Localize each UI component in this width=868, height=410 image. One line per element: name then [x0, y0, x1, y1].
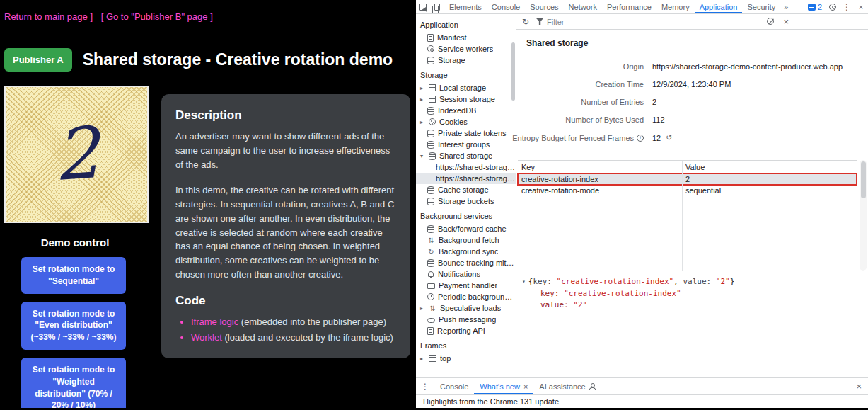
report-icon [427, 327, 434, 335]
close-tab-icon[interactable]: × [523, 382, 528, 391]
set-sequential-button[interactable]: Set rotation mode to "Sequential" [21, 257, 126, 294]
preview-pane: ▾ {key: "creative-rotation-index", value… [516, 271, 868, 377]
delete-selected-icon[interactable]: × [783, 16, 789, 27]
tab-memory[interactable]: Memory [656, 0, 695, 13]
drawer-tab-ai-assistance[interactable]: AI assistance [533, 378, 601, 394]
return-main-link[interactable]: Return to main page ] [4, 11, 93, 22]
tab-console[interactable]: Console [487, 0, 525, 13]
description-paragraph: In this demo, the creative can be rotate… [175, 183, 396, 281]
sidebar-item-payment-handler[interactable]: Payment handler [416, 280, 516, 291]
publisher-b-link[interactable]: [ Go to "Publisher B" page ] [101, 11, 213, 22]
drawer-tab-console[interactable]: Console [434, 378, 474, 394]
column-header-value[interactable]: Value [682, 163, 857, 171]
drawer-tab-whats-new[interactable]: What's new× [474, 378, 533, 394]
status-text: Highlights from the Chrome 131 update [423, 397, 559, 406]
creation-time-value: 12/9/2024, 1:23:40 PM [652, 80, 843, 89]
database-icon [427, 130, 434, 137]
preview-property-row[interactable]: value: "2" [522, 300, 862, 312]
disclosure-triangle-icon[interactable]: ▸ [418, 85, 425, 91]
reset-budget-icon[interactable]: ↺ [666, 133, 672, 142]
disclosure-triangle-icon[interactable]: ▸ [418, 96, 425, 103]
sidebar-item-shared-storage-origin[interactable]: https://shared-storage… [416, 173, 516, 184]
sidebar-item-storage-buckets[interactable]: Storage buckets [416, 195, 516, 207]
preview-property-row[interactable]: key: "creative-rotation-index" [522, 288, 862, 300]
origin-value: https://shared-storage-demo-content-prod… [652, 62, 843, 71]
metadata-view: Origin https://shared-storage-demo-conte… [519, 62, 843, 142]
entropy-label: Entropy Budget for Fenced Framesi [519, 134, 644, 142]
sidebar-item-indexeddb[interactable]: IndexedDB [416, 105, 516, 116]
sidebar-item-local-storage[interactable]: ▸Local storage [416, 82, 516, 93]
sidebar-item-push-messaging[interactable]: Push messaging [416, 314, 516, 325]
sidebar-item-cache-storage[interactable]: Cache storage [416, 184, 516, 195]
scrollbar-thumb[interactable] [861, 161, 866, 198]
sidebar-item-cookies[interactable]: ▸Cookies [416, 116, 516, 127]
sidebar-item-service-workers[interactable]: Service workers [416, 43, 516, 55]
sidebar-item-interest-groups[interactable]: Interest groups [416, 139, 516, 150]
iframe-logic-link[interactable]: Iframe logic [191, 317, 238, 327]
sidebar-item-manifest[interactable]: Manifest [416, 32, 516, 43]
sidebar-item-periodic-background-sync[interactable]: Periodic backgroun… [416, 291, 516, 302]
set-weighted-distribution-button[interactable]: Set rotation mode to "Weighted distribut… [21, 358, 126, 410]
tab-application[interactable]: Application [695, 0, 743, 13]
disclosure-triangle-icon[interactable]: ▾ [418, 153, 425, 159]
creation-time-label: Creation Time [519, 80, 644, 89]
settings-gear-icon[interactable] [826, 0, 840, 13]
disclosure-triangle-icon[interactable]: ▸ [418, 119, 425, 125]
sidebar-item-notifications[interactable]: Notifications [416, 268, 516, 280]
inspect-element-icon[interactable] [416, 0, 430, 13]
sidebar-item-label: IndexedDB [438, 106, 476, 115]
frame-icon [429, 355, 436, 362]
sidebar-item-back-forward-cache[interactable]: Back/forward cache [416, 223, 516, 234]
expand-triangle-icon[interactable]: ▾ [522, 276, 526, 287]
preview-summary-row[interactable]: ▾ {key: "creative-rotation-index", value… [522, 276, 862, 288]
device-toolbar-icon[interactable] [430, 0, 444, 13]
sidebar-item-speculative-loads[interactable]: ▸⇅Speculative loads [416, 302, 516, 314]
column-divider[interactable] [682, 161, 683, 271]
sidebar-item-background-sync[interactable]: ↻Background sync [416, 246, 516, 257]
more-tabs-icon[interactable]: » [780, 0, 792, 13]
storage-icon [427, 57, 434, 64]
delete-all-icon[interactable] [767, 18, 774, 26]
sidebar-scrollbar[interactable] [511, 42, 515, 101]
tab-sources[interactable]: Sources [525, 0, 563, 13]
devtools-close-icon[interactable]: × [854, 0, 868, 13]
worklet-link[interactable]: Worklet [191, 332, 222, 343]
sidebar-item-label: Bounce tracking miti… [438, 258, 516, 267]
sidebar-item-storage[interactable]: Storage [416, 55, 516, 66]
drawer-tab-label: AI assistance [539, 382, 585, 391]
issues-counter[interactable]: 2 [804, 0, 826, 13]
disclosure-triangle-icon[interactable]: ▸ [418, 355, 425, 362]
tab-network[interactable]: Network [564, 0, 602, 13]
page-title: Shared storage - Creative rotation demo [83, 50, 393, 69]
filter-icon [536, 18, 543, 25]
sidebar-item-bounce-tracking[interactable]: Bounce tracking miti… [416, 257, 516, 268]
info-icon[interactable]: i [637, 135, 644, 142]
drawer-close-icon[interactable]: × [850, 378, 868, 394]
sidebar-item-top-frame[interactable]: ▸top [416, 353, 516, 364]
column-header-key[interactable]: Key [518, 163, 682, 171]
shared-storage-panel: ↻ Filter × Shared storage Origin [516, 14, 868, 377]
sidebar-item-shared-storage[interactable]: ▾Shared storage [416, 150, 516, 161]
sidebar-item-session-storage[interactable]: ▸Session storage [416, 93, 516, 105]
table-row-selected[interactable]: creative-rotation-index 2 [518, 173, 857, 185]
sidebar-item-shared-storage-origin[interactable]: https://shared-storage… [416, 161, 516, 173]
sidebar-item-private-state-tokens[interactable]: Private state tokens [416, 127, 516, 139]
ad-creative-frame[interactable]: 2 [4, 86, 149, 223]
tab-security[interactable]: Security [742, 0, 780, 13]
sidebar-item-label: Private state tokens [438, 129, 507, 137]
payment-card-icon [427, 283, 435, 289]
tab-performance[interactable]: Performance [602, 0, 656, 13]
disclosure-triangle-icon[interactable]: ▸ [418, 305, 425, 312]
sidebar-item-background-fetch[interactable]: ⇅Background fetch [416, 234, 516, 246]
drawer-menu-icon[interactable]: ⋮ [416, 378, 434, 394]
kebab-menu-icon[interactable]: ⋮ [840, 0, 854, 13]
table-scrollbar[interactable] [860, 160, 867, 271]
filter-control[interactable]: Filter [536, 18, 564, 26]
set-even-distribution-button[interactable]: Set rotation mode to "Even distribution"… [21, 302, 126, 350]
tab-elements[interactable]: Elements [444, 0, 487, 13]
sidebar-item-reporting-api[interactable]: Reporting API [416, 325, 516, 336]
sidebar-item-label: Cookies [439, 118, 468, 126]
refresh-icon[interactable]: ↻ [522, 17, 529, 27]
bytes-value: 112 [652, 115, 843, 124]
table-row[interactable]: creative-rotation-mode sequential [518, 185, 857, 196]
